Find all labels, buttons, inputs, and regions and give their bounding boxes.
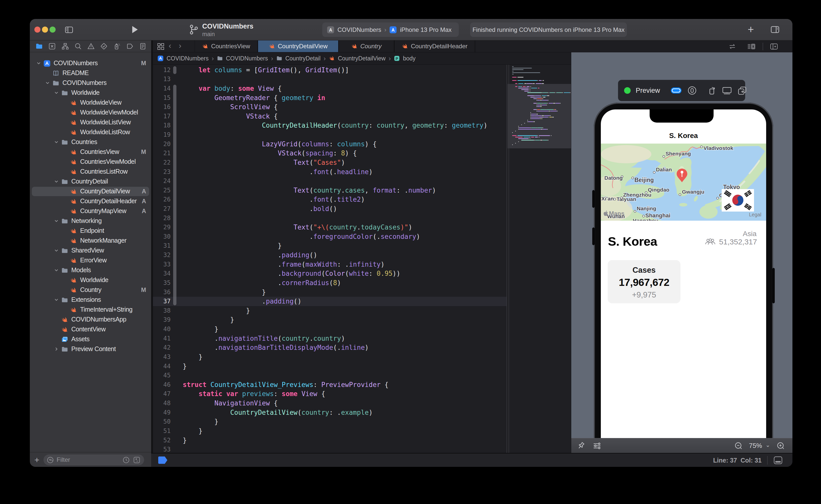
rotate-device-icon[interactable] [707,86,717,95]
scheme-app-icon: A [327,26,334,34]
disclosure-down-icon[interactable] [54,248,59,254]
code-editor[interactable]: 12 let columns = [GridItem(), GridItem()… [153,65,571,453]
sidebar-divider[interactable] [151,40,153,467]
disclosure-down-icon[interactable] [54,218,59,225]
sidebar-item-extensions[interactable]: Extensions [30,295,151,305]
preview-settings-icon[interactable] [592,441,602,450]
project-navigator-folder-icon[interactable] [35,42,43,50]
back-button[interactable]: ‹ [169,41,171,50]
sidebar-item-countrymapview[interactable]: CountryMapViewA [30,206,151,216]
sidebar-item-worldwide[interactable]: Worldwide [30,88,151,98]
close-button[interactable] [34,27,40,33]
debug-area-toggle-icon[interactable] [773,456,783,465]
sidebar-item-networkmanager[interactable]: NetworkManager [30,236,151,246]
sidebar-item-worldwidelistrow[interactable]: WorldwideListRow [30,127,151,137]
disclosure-down-icon[interactable] [54,297,59,304]
zoom-out-icon[interactable] [734,441,743,450]
scheme-selector[interactable]: A COVIDNumbers › A iPhone 13 Pro Max [322,22,459,37]
tab-countrydetailheader[interactable]: CountryDetailHeader [394,40,475,52]
live-preview-icon[interactable] [670,86,682,95]
source-control-x-square-icon[interactable] [48,42,56,50]
report-list-icon[interactable] [139,42,147,50]
sidebar-item-countrieslistrow[interactable]: CountriesListRow [30,167,151,177]
iphone-preview[interactable]: S. Korea VladivostokShenyangDatongBeijin… [594,103,773,438]
disclosure-down-icon[interactable] [54,179,59,185]
breadcrumb-item[interactable]: body [403,55,416,62]
folder-icon [61,218,68,225]
disclosure-down-icon[interactable] [45,80,50,87]
breadcrumb-item[interactable]: COVIDNumbers [226,55,268,62]
sidebar-toggle-icon[interactable] [65,26,73,34]
recent-clock-icon[interactable] [122,456,130,464]
forward-button[interactable]: › [179,41,181,50]
disclosure-down-icon[interactable] [54,267,59,274]
population-line: 51,352,317 [704,238,757,246]
editor-options-icon[interactable] [747,42,756,51]
add-editor-icon[interactable] [770,42,778,51]
scheme-device-label: iPhone 13 Pro Max [400,26,451,33]
sidebar-item-countrydetailview[interactable]: CountryDetailViewA [30,187,151,196]
debug-spray-icon[interactable] [113,42,121,50]
sidebar-item-countriesview[interactable]: CountriesViewM [30,147,151,157]
sidebar-item-worldwidelistview[interactable]: WorldwideListView [30,118,151,127]
disclosure-down-icon[interactable] [54,90,59,97]
related-items-icon[interactable] [157,42,165,51]
disclosure-down-icon[interactable] [36,60,41,67]
breadcrumb-item[interactable]: CountryDetail [285,55,321,62]
tab-country[interactable]: Country [339,40,394,52]
search-icon[interactable] [74,42,82,50]
run-button[interactable] [131,25,139,34]
sidebar-item-networking[interactable]: Networking [30,216,151,226]
duplicate-preview-icon[interactable] [737,86,747,95]
zoom-in-icon[interactable] [776,441,785,450]
sidebar-item-countriesviewmodel[interactable]: CountriesViewModel [30,157,151,167]
pin-preview-icon[interactable] [576,441,585,450]
sidebar-item-endpoint[interactable]: Endpoint [30,226,151,236]
sidebar-item-models[interactable]: Models [30,265,151,275]
sidebar-item-readme[interactable]: README [30,68,151,78]
device-settings-icon[interactable] [722,86,732,95]
minimap-viewport[interactable] [508,84,571,148]
filter-field[interactable]: Filter [43,454,144,465]
maximize-button[interactable] [50,27,56,33]
disclosure-down-icon[interactable] [54,139,59,146]
sidebar-item-countries[interactable]: Countries [30,137,151,147]
add-file-button[interactable]: + [34,455,39,465]
zoom-level[interactable]: 75% [749,442,762,450]
sidebar-item-contentview[interactable]: ContentView [30,325,151,334]
sidebar-item-countrydetail[interactable]: CountryDetail [30,177,151,187]
breakpoint-tag-icon[interactable] [126,42,134,50]
sidebar-item-countrydetailheader[interactable]: CountryDetailHeaderA [30,196,151,206]
swap-editor-icon[interactable] [728,42,737,51]
sidebar-item-assets[interactable]: Assets [30,334,151,344]
sidebar-item-country[interactable]: CountryM [30,285,151,295]
sidebar-item-errorview[interactable]: ErrorView [30,256,151,265]
right-panel-toggle-icon[interactable] [770,25,780,34]
tab-countriesview[interactable]: CountriesView [195,40,258,52]
sidebar-item-covidnumbersapp[interactable]: COVIDNumbersApp [30,315,151,325]
sidebar-item-timeinterval-string[interactable]: TimeInterval+String [30,305,151,315]
breakpoints-toggle[interactable] [158,456,167,464]
disclosure-right-icon[interactable] [54,346,59,353]
sidebar-item-preview-content[interactable]: Preview Content [30,344,151,354]
sidebar-item-worldwideview[interactable]: WorldwideView [30,98,151,108]
symbol-hierarchy-icon[interactable] [61,42,69,50]
inspect-preview-icon[interactable] [687,86,697,95]
sidebar-item-worldwide[interactable]: Worldwide [30,275,151,285]
breadcrumb-item[interactable]: COVIDNumbers [167,55,209,62]
plus-minus-icon[interactable] [133,456,141,464]
swift-icon [70,158,77,166]
add-button[interactable]: + [748,24,754,36]
sidebar-item-worldwideviewmodel[interactable]: WorldwideViewModel [30,108,151,118]
test-diamond-check-icon[interactable] [100,42,108,50]
swift-icon [70,168,77,175]
zoom-chevron-icon[interactable]: ⌄ [766,442,770,448]
breadcrumb-item[interactable]: CountryDetailView [338,55,386,62]
sidebar-item-sharedview[interactable]: SharedView [30,246,151,256]
sidebar-item-covidnumbers[interactable]: COVIDNumbers [30,78,151,88]
cases-card: Cases 17,967,672 +9,975 [608,260,680,303]
issue-warning-triangle-icon[interactable] [87,42,95,50]
sidebar-item-covidnumbers[interactable]: COVIDNumbersM [30,58,151,68]
tab-countrydetailview[interactable]: CountryDetailView [258,40,339,52]
minimize-button[interactable] [42,27,48,33]
